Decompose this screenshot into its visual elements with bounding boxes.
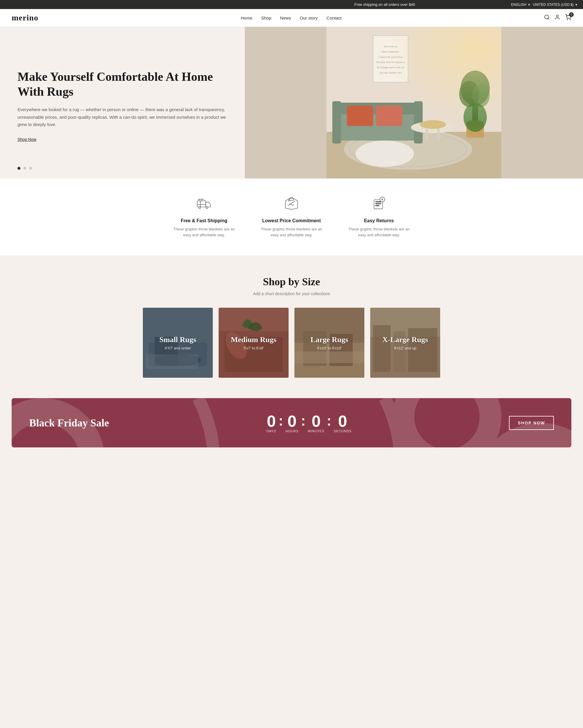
dot-1[interactable] [18,167,20,170]
xlarge-rugs-sub: 9'x12' and up [394,346,417,350]
nav-our-story[interactable]: Our story [300,16,318,20]
dot-2[interactable] [23,167,26,170]
large-rugs-sub: 6'x10' to 8'x10' [317,346,342,350]
bf-title-container: Black Friday Sale [29,417,109,429]
shop-by-size-section: Shop by Size Add a short description for… [0,255,583,398]
hero-text: Make Yourself Comfortable At Home With R… [0,27,245,179]
bf-colon-2: : [301,413,305,429]
bf-minutes: 0 MINUTES [308,413,325,433]
xlarge-rugs-title: X-Large Rugs [383,335,428,344]
language-selector[interactable]: ENGLISH ▾ [511,3,530,7]
nav-contact[interactable]: Contact [327,16,342,20]
feature-returns-desc: These graphic throw blankets are an easy… [347,226,411,238]
size-card-small-overlay: Small Rugs 4'X7' and under [143,308,213,378]
size-grid: Small Rugs 4'X7' and under Medium Rugs [12,308,571,378]
svg-point-75 [484,436,571,447]
size-card-large-overlay: Large Rugs 6'x10' to 8'x10' [295,308,364,378]
shipping-notice: Free shipping on all orders over $40 [258,2,511,7]
svg-rect-46 [376,205,379,206]
bf-days-label: DAYS [267,429,276,433]
logo[interactable]: merino [12,13,38,23]
top-bar-right: ENGLISH ▾ UNITED STATES (USD $) ▾ [511,3,577,7]
svg-point-3 [567,19,567,20]
nav-shop[interactable]: Shop [261,16,271,20]
nav-home[interactable]: Home [241,16,252,20]
small-rugs-sub: 4'X7' and under [165,346,191,350]
feature-returns-title: Easy Returns [347,218,411,224]
size-card-xlarge[interactable]: X-Large Rugs 9'x12' and up [370,308,440,378]
svg-point-2 [556,15,558,17]
header-icons: 0 [544,14,571,22]
bf-title: Black Friday Sale [29,417,109,429]
bf-colon-1: : [279,413,283,429]
price-tag-icon [259,196,324,213]
bf-shop-now-button[interactable]: SHOP NOW [509,416,554,430]
size-card-medium[interactable]: Medium Rugs 5'x7' to 6'x8' [219,308,288,378]
svg-point-72 [12,411,92,447]
hero-description: Everywhere we looked for a rug — whether… [18,106,230,128]
feature-price-title: Lowest Price Commitment [259,218,324,224]
bf-seconds: 0 SECONDS [334,413,352,433]
medium-rugs-title: Medium Rugs [231,335,277,344]
size-card-xlarge-overlay: X-Large Rugs 9'x12' and up [370,308,440,378]
bf-colon-3: : [327,413,331,429]
shop-by-size-desc: Add a short description for your collect… [12,291,571,296]
features-section: Free & Fast Shipping These graphic throw… [0,179,583,255]
feature-price-desc: These graphic throw blankets are an easy… [259,226,324,238]
currency-selector[interactable]: UNITED STATES (USD $) ▾ [533,3,577,7]
feature-returns: Easy Returns These graphic throw blanket… [347,196,411,238]
hero-dots [18,167,32,170]
cart-count: 0 [569,12,574,17]
bf-hours-label: HOURS [286,429,299,433]
shipping-text: Free shipping on all orders over $40 [355,2,415,7]
dot-3[interactable] [29,167,32,170]
black-friday-section: Black Friday Sale 0 DAYS : 0 HOURS : 0 M… [12,398,571,447]
svg-point-0 [545,15,549,19]
hero-section: Make Yourself Comfortable At Home With R… [0,27,583,179]
bf-hours-value: 0 [286,413,299,429]
medium-rugs-sub: 5'x7' to 6'x8' [243,346,264,350]
search-icon[interactable] [544,14,550,22]
svg-point-4 [570,19,571,20]
shop-by-size-title: Shop by Size [12,276,571,288]
bf-days-value: 0 [267,413,276,429]
top-bar: Free shipping on all orders over $40 ENG… [0,0,583,9]
large-rugs-title: Large Rugs [310,335,348,344]
bf-timer: 0 DAYS : 0 HOURS : 0 MINUTES : 0 SECONDS [267,413,352,433]
account-icon[interactable] [554,14,560,22]
feature-price: Lowest Price Commitment These graphic th… [259,196,324,238]
small-rugs-title: Small Rugs [160,335,196,344]
bf-days: 0 DAYS [267,413,276,433]
feature-shipping-desc: These graphic throw blankets are an easy… [172,226,236,238]
cart-icon[interactable]: 0 [565,14,571,22]
feature-shipping-title: Free & Fast Shipping [172,218,236,224]
hero-title: Make Yourself Comfortable At Home With R… [18,70,230,99]
svg-rect-44 [376,201,381,202]
shop-now-link[interactable]: Shop Now [18,137,230,142]
svg-line-1 [548,18,549,19]
bf-hours: 0 HOURS [286,413,299,433]
header: merino Home Shop News Our story Contact … [0,9,583,27]
hero-image: Just focus on what's important. Capture … [245,27,583,179]
bf-minutes-value: 0 [308,413,325,429]
bf-seconds-value: 0 [334,413,352,429]
size-card-large[interactable]: Large Rugs 6'x10' to 8'x10' [295,308,364,378]
size-card-small[interactable]: Small Rugs 4'X7' and under [143,308,213,378]
nav-news[interactable]: News [280,16,291,20]
size-card-medium-overlay: Medium Rugs 5'x7' to 6'x8' [219,308,288,378]
svg-rect-45 [376,203,381,204]
feature-shipping: Free & Fast Shipping These graphic throw… [172,196,236,238]
shipping-icon [172,196,236,213]
bf-minutes-label: MINUTES [308,429,325,433]
main-nav: Home Shop News Our story Contact [241,16,342,20]
svg-rect-42 [289,198,293,200]
svg-point-74 [404,398,491,447]
svg-rect-36 [197,201,206,207]
returns-icon [347,196,411,213]
hero-illustration: Just focus on what's important. Capture … [245,27,583,179]
bf-seconds-label: SECONDS [334,429,352,433]
svg-rect-35 [327,27,501,179]
